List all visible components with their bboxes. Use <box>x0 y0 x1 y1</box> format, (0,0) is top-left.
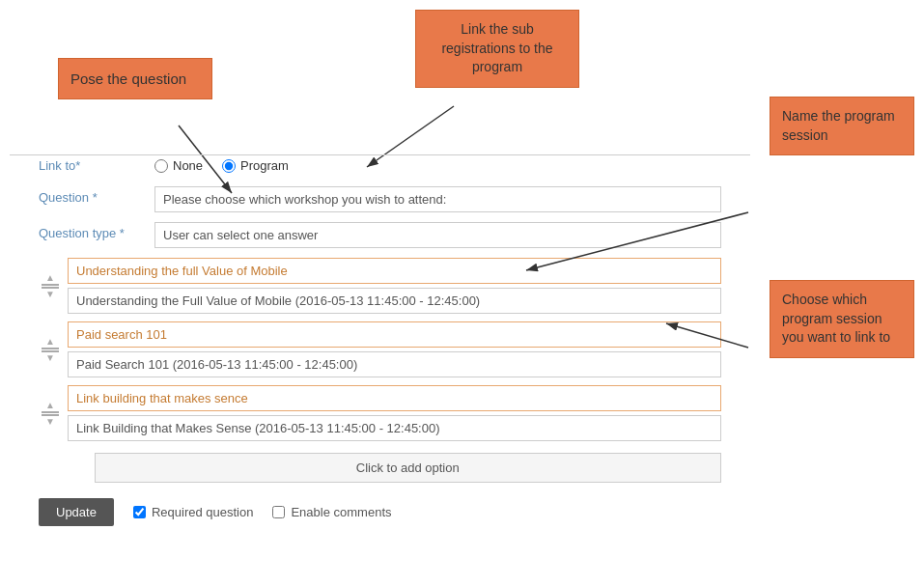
required-question-checkbox[interactable] <box>133 506 146 518</box>
option-session-input-2[interactable] <box>68 351 721 377</box>
radio-program-label: Program <box>240 158 289 173</box>
question-type-content: User can select one answer <box>154 222 721 248</box>
sort-up-3: ▲ <box>45 401 55 410</box>
question-content <box>154 186 721 212</box>
form-top-divider <box>10 154 750 155</box>
main-container: Pose the question Link the sub registrat… <box>0 0 924 545</box>
annotation-choose-label: Choose which program session you want to… <box>782 292 890 345</box>
option-fields-3 <box>68 385 721 441</box>
sort-handle-3[interactable]: ▲ ▼ <box>39 401 68 427</box>
update-button[interactable]: Update <box>39 498 114 526</box>
sort-handle-2[interactable]: ▲ ▼ <box>39 337 68 363</box>
sort-line-2a <box>42 348 59 349</box>
option-fields-1 <box>68 258 721 314</box>
enable-comments-checkbox[interactable] <box>272 506 285 518</box>
options-area: ▲ ▼ ▲ ▼ <box>39 258 721 483</box>
option-name-input-2[interactable] <box>68 321 721 348</box>
annotation-link-label: Link the sub registrations to the progra… <box>441 21 552 74</box>
link-radio-group: None Program <box>154 154 721 177</box>
sort-up-1: ▲ <box>45 273 55 283</box>
sort-line-1a <box>42 284 59 286</box>
sort-icon-1: ▲ ▼ <box>42 273 59 299</box>
option-group-3: ▲ ▼ <box>39 385 721 441</box>
question-type-label: Question type * <box>39 222 154 240</box>
question-label: Question * <box>39 186 154 205</box>
option-fields-2 <box>68 321 721 377</box>
link-to-label: Link to* <box>39 154 154 173</box>
form-area: Link to* None Program Question * <box>39 154 721 526</box>
sort-line-3a <box>42 411 59 413</box>
add-option-row: Click to add option <box>39 449 721 483</box>
radio-none-option[interactable]: None <box>154 158 203 173</box>
sort-down-3: ▼ <box>45 417 55 427</box>
question-type-row: Question type * User can select one answ… <box>39 222 721 248</box>
question-input[interactable] <box>154 186 721 212</box>
enable-comments-label: Enable comments <box>291 505 391 519</box>
sort-down-2: ▼ <box>45 353 55 363</box>
sort-down-1: ▼ <box>45 290 55 299</box>
annotation-name-program: Name the program session <box>770 97 914 155</box>
link-to-row: Link to* None Program <box>39 154 721 177</box>
option-group-2: ▲ ▼ <box>39 321 721 377</box>
annotation-choose-session: Choose which program session you want to… <box>770 280 914 358</box>
annotation-name-label: Name the program session <box>782 108 895 143</box>
radio-program-option[interactable]: Program <box>222 158 289 173</box>
question-type-display[interactable]: User can select one answer <box>154 222 721 248</box>
sort-handle-1[interactable]: ▲ ▼ <box>39 273 68 299</box>
annotation-pose-label: Pose the question <box>70 70 186 87</box>
required-question-label: Required question <box>152 505 254 519</box>
option-name-input-1[interactable] <box>68 258 721 284</box>
option-name-input-3[interactable] <box>68 385 721 411</box>
add-option-button[interactable]: Click to add option <box>95 453 722 483</box>
question-row: Question * <box>39 186 721 212</box>
bottom-area: Update Required question Enable comments <box>39 498 721 526</box>
sort-up-2: ▲ <box>45 337 55 347</box>
option-group-1: ▲ ▼ <box>39 258 721 314</box>
annotation-link-sub: Link the sub registrations to the progra… <box>415 10 579 88</box>
sort-icon-2: ▲ ▼ <box>42 337 59 363</box>
option-session-input-3[interactable] <box>68 415 721 441</box>
annotation-pose-question: Pose the question <box>58 58 212 99</box>
option-session-input-1[interactable] <box>68 288 721 314</box>
radio-program-input[interactable] <box>222 159 236 173</box>
enable-comments-group[interactable]: Enable comments <box>272 505 391 519</box>
radio-none-input[interactable] <box>154 159 168 173</box>
link-to-content: None Program <box>154 154 721 177</box>
required-question-group[interactable]: Required question <box>133 505 254 519</box>
sort-icon-3: ▲ ▼ <box>42 401 59 427</box>
radio-none-label: None <box>173 158 203 173</box>
